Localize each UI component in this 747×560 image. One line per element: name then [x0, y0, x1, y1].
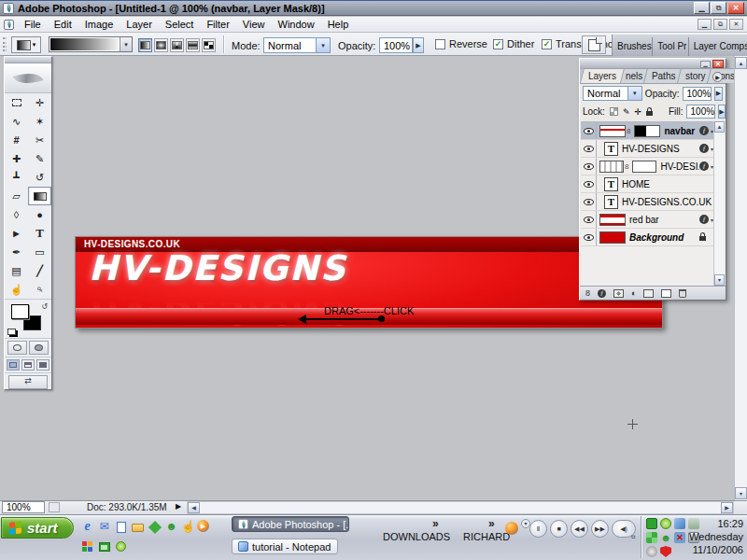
menu-filter[interactable]: Filter: [200, 17, 235, 32]
visibility-toggle[interactable]: [581, 175, 597, 192]
wmp-previous-button[interactable]: ◀◀: [571, 520, 588, 538]
brush-tool[interactable]: ✎: [28, 149, 51, 168]
wmp-next-button[interactable]: ▶▶: [591, 520, 609, 538]
visibility-toggle[interactable]: [581, 193, 597, 210]
layer-mask-thumbnail[interactable]: [634, 125, 660, 137]
new-group-icon[interactable]: [643, 289, 654, 298]
status-menu-arrow-icon[interactable]: ▶: [176, 502, 181, 511]
layer-row-home[interactable]: T HOME: [581, 175, 715, 193]
ie-quicklaunch-icon[interactable]: e: [80, 519, 94, 533]
layer-row-hv-desi[interactable]: 8 HV-DESI... f ▾: [581, 158, 715, 175]
fullscreen-button[interactable]: [36, 359, 49, 371]
dither-checkbox[interactable]: ✓Dither: [493, 38, 534, 49]
history-brush-tool[interactable]: ↺: [28, 168, 51, 187]
green-app-icon[interactable]: [114, 539, 128, 553]
tray-network-error-icon[interactable]: ✕: [674, 532, 685, 543]
document-canvas[interactable]: HV-DESIGNS.CO.UK HV-DESIGNS HV-DESIGNS D…: [75, 236, 663, 329]
type-tool[interactable]: T: [28, 224, 51, 243]
palette-opacity-field[interactable]: 100%: [683, 87, 712, 101]
options-grip[interactable]: [3, 37, 7, 51]
text-layer-icon[interactable]: T: [604, 177, 618, 191]
transparency-checkbox[interactable]: ✓Transparency: [542, 38, 618, 49]
messenger-icon[interactable]: ☻: [164, 519, 178, 533]
adjustment-layer-icon[interactable]: ◐: [631, 288, 636, 298]
tab-tool-presets[interactable]: Tool Pr: [653, 37, 688, 56]
linear-gradient-button[interactable]: [138, 38, 152, 52]
doc-restore-button[interactable]: ⧉: [713, 19, 727, 30]
palette-close-button[interactable]: ✕: [712, 60, 724, 68]
lasso-tool[interactable]: ∿: [5, 112, 28, 131]
radial-gradient-button[interactable]: [154, 38, 168, 52]
layer-row-background[interactable]: Background: [581, 229, 715, 246]
magic-wand-tool[interactable]: ✶: [28, 112, 51, 131]
visibility-toggle[interactable]: [581, 229, 597, 245]
tv-tool-icon[interactable]: [97, 539, 111, 553]
gradient-picker-arrow-icon[interactable]: ▾: [120, 37, 132, 51]
diamond-gradient-button[interactable]: [202, 38, 216, 52]
move-tool[interactable]: ✛: [28, 93, 51, 112]
eraser-tool[interactable]: ▱: [5, 187, 28, 205]
visibility-toggle[interactable]: [581, 122, 597, 139]
scroll-down-icon[interactable]: ▾: [714, 274, 725, 286]
layer-thumbnail[interactable]: [599, 231, 626, 244]
pen-tool[interactable]: ✒: [5, 243, 28, 261]
close-button[interactable]: ✕: [727, 2, 744, 14]
downloads-chevron-icon[interactable]: »: [432, 517, 439, 530]
tab-brushes[interactable]: Brushes: [613, 37, 653, 56]
add-layer-mask-icon[interactable]: [613, 289, 624, 298]
lock-position-icon[interactable]: ✛: [634, 107, 641, 117]
text-layer-icon[interactable]: T: [604, 195, 618, 209]
marquee-tool[interactable]: [5, 93, 28, 112]
visibility-toggle[interactable]: [581, 158, 597, 175]
layer-row-red-bar[interactable]: red bar f ▾: [581, 211, 715, 229]
blend-mode-select[interactable]: Normal ▾: [583, 86, 642, 101]
vertical-scrollbar[interactable]: [734, 56, 747, 500]
opacity-slider-arrow-icon[interactable]: ▶: [714, 87, 723, 101]
lock-all-icon[interactable]: [646, 111, 653, 116]
taskbar-button-notepad[interactable]: tutorial - Notepad: [232, 539, 338, 554]
layer-thumbnail[interactable]: [599, 214, 626, 226]
layer-row-navbar[interactable]: 8 navbar f ▾: [581, 122, 715, 140]
opacity-field[interactable]: 100%: [379, 37, 413, 53]
layer-effects-icon[interactable]: f: [699, 126, 709, 135]
richard-chevron-icon[interactable]: »: [488, 517, 495, 530]
shape-tool[interactable]: ▭: [28, 243, 51, 261]
new-layer-icon[interactable]: [661, 289, 671, 298]
delete-layer-icon[interactable]: [679, 289, 686, 298]
tray-green-circle-icon[interactable]: [660, 518, 671, 529]
horizontal-scrollbar[interactable]: [187, 501, 734, 514]
wmp-stop-button[interactable]: ■: [550, 520, 568, 538]
tray-messenger-icon[interactable]: ☻: [660, 532, 671, 543]
layer-mask-thumbnail[interactable]: [632, 161, 656, 173]
lock-image-icon[interactable]: ✎: [623, 107, 630, 117]
outlook-express-icon[interactable]: ✉: [97, 519, 111, 533]
standard-mode-button[interactable]: [7, 341, 27, 355]
tablet-icon[interactable]: ☝: [181, 519, 195, 533]
layer-row-hv-designs-couk[interactable]: T HV-DESIGNS.CO.UK: [581, 193, 715, 211]
add-layer-style-icon[interactable]: f: [598, 289, 606, 298]
default-colors-icon[interactable]: [7, 329, 16, 335]
gradient-preset-button[interactable]: ▾: [11, 36, 41, 53]
menu-window[interactable]: Window: [272, 17, 321, 32]
lock-transparency-icon[interactable]: [610, 107, 618, 116]
slice-tool[interactable]: ✂: [28, 131, 51, 149]
layer-row-hv-designs[interactable]: T HV-DESIGNS f ▾: [581, 140, 715, 158]
zoom-level-field[interactable]: 100%: [2, 501, 45, 513]
tray-volume-icon[interactable]: [646, 546, 657, 557]
hand-tool[interactable]: ☝: [5, 280, 28, 299]
doc-minimize-button[interactable]: ▁: [698, 19, 712, 30]
tab-layers[interactable]: Layers: [580, 68, 625, 83]
fullscreen-menubar-button[interactable]: [21, 359, 35, 371]
gradient-tool-selected[interactable]: [28, 187, 51, 205]
quickmask-mode-button[interactable]: [29, 341, 49, 355]
doc-close-button[interactable]: ✕: [729, 19, 743, 30]
layer-effects-icon[interactable]: f: [699, 144, 709, 153]
palette-menu-button[interactable]: ▶: [712, 72, 723, 82]
tray-tv-icon[interactable]: [646, 518, 657, 529]
menu-file[interactable]: File: [18, 17, 48, 32]
crop-tool[interactable]: #: [5, 131, 28, 149]
menu-layer[interactable]: Layer: [120, 17, 159, 32]
network-tool-icon[interactable]: [80, 539, 94, 553]
menu-select[interactable]: Select: [159, 17, 201, 32]
notes-tool[interactable]: ▤: [5, 261, 28, 280]
